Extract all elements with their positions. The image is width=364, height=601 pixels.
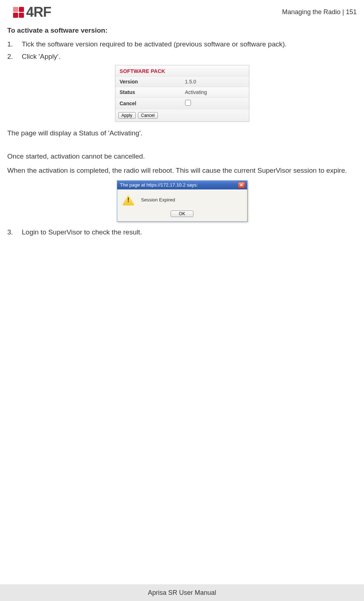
page-footer: Aprisa SR User Manual	[0, 584, 364, 601]
dialog-title-text: The page at https://172.17.10.2 says:	[120, 182, 198, 188]
steps-list-continued: 3. Login to SuperVisor to check the resu…	[7, 228, 357, 236]
warning-icon	[122, 195, 135, 205]
step-text: Tick the software version required to be…	[22, 40, 287, 48]
step-text: Click 'Apply'.	[22, 53, 61, 61]
step-text: Login to SuperVisor to check the result.	[22, 228, 142, 236]
software-pack-panel-wrap: SOFTWARE PACK Version 1.5.0 Status Activ…	[7, 65, 357, 122]
panel-value: 1.5.0	[185, 79, 196, 85]
section-title: To activate a software version:	[7, 26, 357, 34]
dialog-buttons: OK	[117, 209, 247, 221]
header-section: Managing the Radio	[282, 8, 340, 16]
panel-value: Activating	[185, 89, 207, 95]
panel-row-status: Status Activating	[115, 87, 249, 97]
panel-value	[185, 100, 191, 107]
session-expired-dialog: The page at https://172.17.10.2 says: ✕ …	[117, 180, 248, 222]
step-2: 2. Click 'Apply'.	[7, 53, 357, 61]
footer-text: Aprisa SR User Manual	[148, 589, 216, 597]
header-right: Managing the Radio | 151	[282, 8, 357, 16]
ok-button[interactable]: OK	[171, 210, 193, 217]
panel-buttons: Apply Cancel	[115, 109, 249, 122]
page-header: 4RF Managing the Radio | 151	[0, 0, 364, 24]
header-page-no: 151	[346, 8, 357, 16]
header-sep: |	[340, 8, 346, 16]
dialog-body: Session Expired	[117, 189, 247, 209]
cancel-checkbox[interactable]	[185, 100, 191, 106]
reboot-paragraph: When the activation is completed, the ra…	[7, 166, 357, 175]
panel-title: SOFTWARE PACK	[115, 65, 249, 76]
panel-row-version: Version 1.5.0	[115, 76, 249, 87]
step-number: 3.	[7, 228, 22, 236]
content: To activate a software version: 1. Tick …	[0, 24, 364, 236]
steps-list: 1. Tick the software version required to…	[7, 40, 357, 61]
logo-icon	[13, 7, 24, 18]
close-icon[interactable]: ✕	[238, 182, 245, 188]
software-pack-panel: SOFTWARE PACK Version 1.5.0 Status Activ…	[115, 65, 249, 122]
session-dialog-wrap: The page at https://172.17.10.2 says: ✕ …	[7, 180, 357, 222]
status-paragraph: The page will display a Status of 'Activ…	[7, 128, 357, 138]
dialog-titlebar: The page at https://172.17.10.2 says: ✕	[117, 181, 247, 189]
cancel-button[interactable]: Cancel	[138, 112, 158, 119]
panel-key: Cancel	[120, 101, 185, 106]
apply-button[interactable]: Apply	[118, 112, 136, 119]
panel-key: Status	[120, 89, 185, 95]
cancel-paragraph: Once started, activation cannot be cance…	[7, 152, 357, 161]
panel-key: Version	[120, 79, 185, 85]
step-3: 3. Login to SuperVisor to check the resu…	[7, 228, 357, 236]
panel-row-cancel: Cancel	[115, 97, 249, 109]
logo: 4RF	[13, 4, 51, 20]
logo-text: 4RF	[26, 4, 51, 20]
step-number: 1.	[7, 40, 22, 48]
dialog-message: Session Expired	[141, 197, 175, 203]
step-1: 1. Tick the software version required to…	[7, 40, 357, 48]
step-number: 2.	[7, 53, 22, 61]
